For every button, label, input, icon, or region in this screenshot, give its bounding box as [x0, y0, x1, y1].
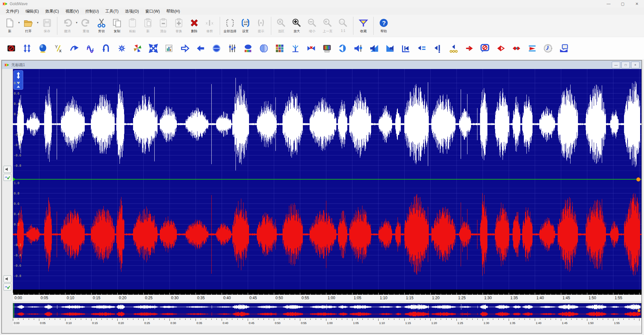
zoom-out-label: 缩小 — [309, 29, 315, 34]
spectrum-monitor-button[interactable] — [319, 41, 335, 56]
paste-button: 粘贴 — [125, 16, 140, 34]
fade-in-button[interactable] — [366, 41, 382, 56]
copy-button[interactable]: 复制 — [109, 16, 125, 34]
menu-item-8[interactable]: 帮助(H) — [163, 8, 183, 15]
selection-finish-marker[interactable] — [636, 177, 640, 182]
delete-button[interactable]: 删除 — [187, 16, 202, 34]
playback-shape-button[interactable] — [66, 41, 82, 56]
menu-item-3[interactable]: 视图(V) — [62, 8, 82, 15]
fade-out-button[interactable] — [382, 41, 398, 56]
match-volume-button[interactable] — [414, 41, 429, 56]
zoom-in-icon — [291, 17, 302, 29]
menu-item-6[interactable]: 选项(O) — [122, 8, 142, 15]
zoom-prev-icon — [322, 17, 333, 29]
set-button[interactable]: 123设置 — [238, 16, 253, 34]
speaker-volume-button[interactable] — [335, 41, 351, 56]
menu-item-0[interactable]: 文件(F) — [3, 8, 22, 15]
channel-matrix-button[interactable] — [272, 41, 287, 56]
interpolate-spray-button[interactable] — [287, 41, 303, 56]
pitch-ball-button[interactable] — [35, 41, 51, 56]
right-channel-select-button[interactable] — [4, 283, 11, 291]
menu-item-4[interactable]: 控制(U) — [82, 8, 102, 15]
open-button[interactable]: 打开 — [21, 16, 36, 34]
new-dropdown-arrow[interactable]: ▼ — [17, 16, 21, 29]
left-channel-monitor-button[interactable] — [4, 166, 11, 173]
record-monitor-button[interactable] — [477, 41, 493, 56]
overview-time-label: 1:15 — [405, 321, 411, 325]
right-channel-monitor-button[interactable] — [4, 275, 11, 282]
time-label: 0:55 — [302, 296, 309, 300]
overview-start-marker[interactable] — [14, 303, 14, 318]
volume-slider-button[interactable] — [351, 41, 366, 56]
copy-icon — [111, 17, 122, 29]
speaker-link-button[interactable] — [445, 41, 461, 56]
zoom-in-button[interactable]: 放大 — [289, 16, 304, 34]
exchange-channels-button[interactable] — [145, 41, 161, 56]
offset-button[interactable] — [177, 41, 193, 56]
undo-dropdown-arrow[interactable]: ▼ — [75, 16, 78, 29]
select-all-button[interactable]: 全部选择 — [222, 16, 238, 34]
stereo-split-button[interactable] — [256, 41, 272, 56]
silence-reduce-button[interactable] — [303, 41, 319, 56]
left-channel-select-button[interactable] — [4, 174, 11, 181]
device-properties-button[interactable] — [3, 41, 19, 56]
open-dropdown-arrow[interactable]: ▼ — [36, 16, 39, 29]
time-shift-left-button[interactable] — [193, 41, 208, 56]
svg-text:x: x — [59, 48, 62, 53]
reverse-button[interactable] — [98, 41, 114, 56]
waveform-view[interactable]: 0.80.60.40.2-0.2-0.4-0.6-0.81.00.80.60.4… — [13, 69, 641, 290]
minimize-button[interactable]: — — [601, 0, 616, 8]
titlebar: GoldWave — ▢ ✕ — [0, 0, 644, 8]
mechanize-button[interactable] — [114, 41, 130, 56]
document-minimize-button[interactable]: — — [612, 62, 620, 68]
overview-waveform-canvas[interactable] — [13, 303, 641, 318]
cue-to-start-button[interactable] — [398, 41, 414, 56]
menu-item-5[interactable]: 工具(T) — [102, 8, 122, 15]
expand-arrows-icon — [15, 72, 21, 79]
selection-start-marker[interactable] — [13, 177, 16, 181]
overview-pane[interactable] — [13, 303, 641, 318]
flanger-button[interactable] — [82, 41, 98, 56]
channel-zoom-control[interactable] — [14, 70, 23, 90]
cut-button[interactable]: 剪切 — [94, 16, 109, 34]
presets-button[interactable]: 收藏 — [356, 16, 371, 34]
time-label: 0:05 — [41, 296, 48, 300]
play-effect-button[interactable] — [493, 41, 508, 56]
mix-button: 混合 — [156, 16, 171, 34]
pan-target-button[interactable] — [208, 41, 224, 56]
help-button[interactable]: ?帮助 — [376, 16, 391, 34]
menu-item-7[interactable]: 窗口(W) — [142, 8, 163, 15]
equalizer-sliders-button[interactable] — [224, 41, 240, 56]
pitch-scale-button[interactable] — [240, 41, 256, 56]
set-label: 设置 — [242, 29, 249, 34]
zoom-sel-icon — [276, 17, 287, 29]
right-channel-controls — [4, 275, 11, 291]
double-diamond-button[interactable] — [508, 41, 524, 56]
doppler-button[interactable] — [19, 41, 35, 56]
document-close-button[interactable]: × — [631, 62, 639, 68]
maximize-button[interactable]: ▢ — [616, 0, 630, 8]
waveform-canvas[interactable] — [13, 69, 641, 290]
skip-silence-button[interactable] — [524, 41, 540, 56]
timer-clock-button[interactable] — [540, 41, 556, 56]
cut-icon — [96, 17, 107, 29]
effect-chain-button[interactable] — [461, 41, 477, 56]
overview-time-label: 0:35 — [197, 321, 202, 325]
close-button[interactable]: ✕ — [630, 0, 644, 8]
window-controls: — ▢ ✕ — [601, 0, 644, 8]
time-ruler[interactable] — [13, 290, 641, 295]
new-button[interactable]: 新 — [2, 16, 17, 34]
max-volume-button[interactable] — [429, 41, 445, 56]
multichannel-pinwheel-button[interactable] — [130, 41, 145, 56]
overview-finish-marker[interactable] — [638, 309, 640, 312]
menu-item-1[interactable]: 编辑(E) — [22, 8, 42, 15]
document-restore-button[interactable]: □ — [621, 62, 630, 68]
shrink-arrows-icon — [15, 81, 21, 88]
status-monitor-button[interactable] — [556, 41, 572, 56]
toolbar-group-4: 收藏 — [356, 16, 371, 34]
goldwave-logo-icon — [3, 1, 8, 6]
menu-item-2[interactable]: 效果(C) — [42, 8, 62, 15]
expression-evaluator-button[interactable]: Yx — [51, 41, 66, 56]
filter-preset-button[interactable]: ♪ — [161, 41, 177, 56]
time-label: 1:50 — [589, 296, 596, 300]
